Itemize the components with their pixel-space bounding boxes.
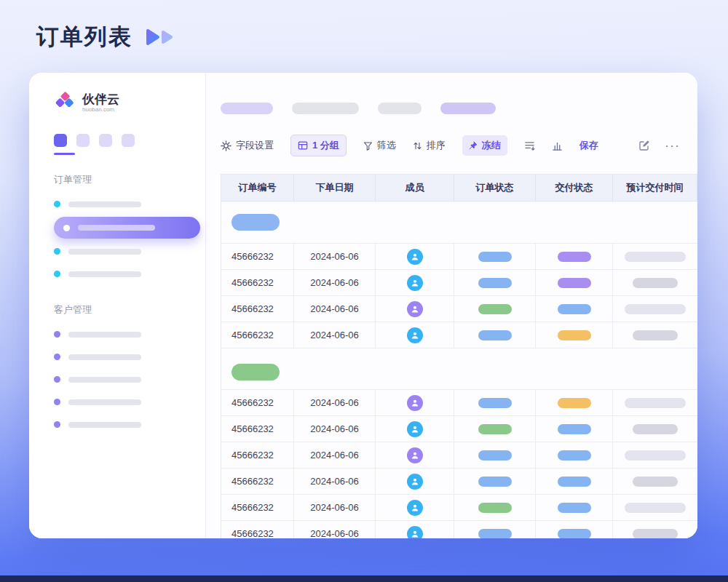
column-header[interactable]: 预计交付时间: [613, 175, 697, 202]
order-row[interactable]: 456662322024-06-06: [221, 521, 697, 538]
sidebar-item[interactable]: [54, 368, 205, 391]
order-date-cell[interactable]: 2024-06-06: [294, 390, 376, 416]
order-row[interactable]: 456662322024-06-06: [221, 270, 697, 296]
order-row[interactable]: 456662322024-06-06: [221, 495, 697, 521]
order-row[interactable]: 456662322024-06-06: [221, 469, 697, 495]
order-date-cell[interactable]: 2024-06-06: [294, 442, 376, 469]
order-row[interactable]: 456662322024-06-06: [221, 442, 697, 469]
order-status-cell[interactable]: [454, 244, 536, 270]
order-no-cell[interactable]: 45666232: [221, 469, 294, 495]
order-date-cell[interactable]: 2024-06-06: [294, 469, 376, 495]
workspace-tab-3[interactable]: [99, 134, 112, 147]
order-date-cell[interactable]: 2024-06-06: [294, 270, 376, 296]
member-cell[interactable]: [376, 416, 454, 442]
order-status-cell[interactable]: [454, 296, 536, 322]
column-header[interactable]: 订单状态: [454, 175, 536, 202]
share-edit-button[interactable]: [638, 140, 650, 151]
order-no-cell[interactable]: 45666232: [221, 244, 294, 270]
row-height-button[interactable]: [524, 140, 535, 151]
group-button[interactable]: 1 分组: [290, 135, 347, 156]
order-row[interactable]: 456662322024-06-06: [221, 416, 697, 442]
order-status-cell[interactable]: [454, 442, 536, 469]
workspace-tab-1[interactable]: [54, 134, 67, 147]
member-cell[interactable]: [376, 322, 454, 348]
order-no-cell[interactable]: 45666232: [221, 495, 294, 521]
delivery-status-cell[interactable]: [536, 244, 613, 270]
order-no-cell[interactable]: 45666232: [221, 442, 294, 469]
sidebar-item[interactable]: [54, 391, 205, 413]
column-header[interactable]: 成员: [376, 175, 454, 202]
order-no-cell[interactable]: 45666232: [221, 296, 294, 322]
member-cell[interactable]: [376, 270, 454, 296]
order-status-cell[interactable]: [454, 416, 536, 442]
delivery-status-cell[interactable]: [536, 270, 613, 296]
member-cell[interactable]: [376, 390, 454, 416]
order-no-cell[interactable]: 45666232: [221, 322, 294, 348]
order-date-cell[interactable]: 2024-06-06: [294, 495, 376, 521]
order-date-cell[interactable]: 2024-06-06: [294, 322, 376, 348]
eta-cell[interactable]: [613, 322, 697, 348]
column-header[interactable]: 交付状态: [536, 175, 613, 202]
order-status-cell[interactable]: [454, 270, 536, 296]
order-row[interactable]: 456662322024-06-06: [221, 322, 697, 348]
member-cell[interactable]: [376, 296, 454, 322]
sidebar-item[interactable]: [54, 193, 205, 215]
member-cell[interactable]: [376, 495, 454, 521]
member-cell[interactable]: [376, 469, 454, 495]
group-header-row[interactable]: [221, 202, 697, 244]
sidebar-item[interactable]: [54, 240, 205, 263]
sidebar-item[interactable]: [54, 413, 205, 436]
delivery-status-cell[interactable]: [536, 322, 613, 348]
eta-cell[interactable]: [613, 390, 697, 416]
delivery-status-cell[interactable]: [536, 390, 613, 416]
delivery-status-cell[interactable]: [536, 416, 613, 442]
eta-cell[interactable]: [613, 296, 697, 322]
eta-cell[interactable]: [613, 469, 697, 495]
order-row[interactable]: 456662322024-06-06: [221, 390, 697, 416]
member-cell[interactable]: [376, 521, 454, 538]
order-no-cell[interactable]: 45666232: [221, 270, 294, 296]
column-header[interactable]: 订单编号: [221, 175, 294, 202]
chart-button[interactable]: [552, 140, 563, 151]
sidebar-item[interactable]: [54, 346, 205, 368]
order-status-cell[interactable]: [454, 469, 536, 495]
order-status-cell[interactable]: [454, 495, 536, 521]
order-no-cell[interactable]: 45666232: [221, 521, 294, 538]
sidebar-item[interactable]: [54, 263, 205, 285]
freeze-button[interactable]: 冻结: [462, 135, 507, 156]
order-date-cell[interactable]: 2024-06-06: [294, 244, 376, 270]
eta-cell[interactable]: [613, 521, 697, 538]
order-status-cell[interactable]: [454, 521, 536, 538]
filter-button[interactable]: 筛选: [363, 139, 396, 152]
order-status-cell[interactable]: [454, 390, 536, 416]
order-row[interactable]: 456662322024-06-06: [221, 296, 697, 322]
field-settings-button[interactable]: 字段设置: [221, 139, 274, 152]
delivery-status-cell[interactable]: [536, 469, 613, 495]
column-header[interactable]: 下单日期: [294, 175, 376, 202]
sidebar-item-active[interactable]: [54, 217, 200, 239]
eta-cell[interactable]: [613, 416, 697, 442]
delivery-status-cell[interactable]: [536, 442, 613, 469]
order-date-cell[interactable]: 2024-06-06: [294, 521, 376, 538]
delivery-status-cell[interactable]: [536, 296, 613, 322]
order-status-cell[interactable]: [454, 322, 536, 348]
delivery-status-cell[interactable]: [536, 521, 613, 538]
order-no-cell[interactable]: 45666232: [221, 390, 294, 416]
member-cell[interactable]: [376, 442, 454, 469]
eta-cell[interactable]: [613, 442, 697, 469]
sort-button[interactable]: 排序: [413, 139, 446, 152]
order-date-cell[interactable]: 2024-06-06: [294, 296, 376, 322]
workspace-tab-4[interactable]: [122, 134, 135, 147]
member-cell[interactable]: [376, 244, 454, 270]
eta-cell[interactable]: [613, 270, 697, 296]
eta-cell[interactable]: [613, 244, 697, 270]
eta-cell[interactable]: [613, 495, 697, 521]
group-header-row[interactable]: [221, 355, 697, 390]
delivery-status-cell[interactable]: [536, 495, 613, 521]
more-button[interactable]: ···: [665, 142, 680, 149]
order-date-cell[interactable]: 2024-06-06: [294, 416, 376, 442]
save-button[interactable]: 保存: [579, 139, 598, 152]
order-no-cell[interactable]: 45666232: [221, 416, 294, 442]
order-row[interactable]: 456662322024-06-06: [221, 244, 697, 270]
workspace-tab-2[interactable]: [76, 134, 90, 147]
